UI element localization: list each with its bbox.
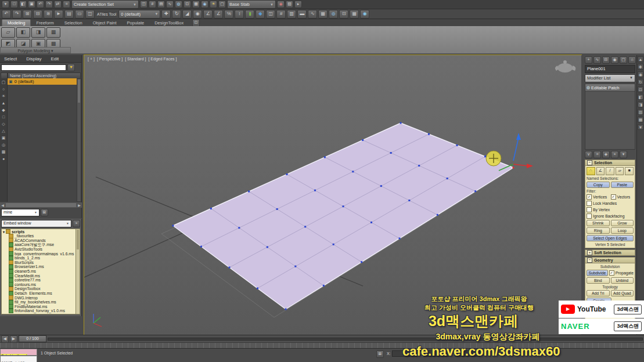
make-unique-icon[interactable]: ◈ — [602, 151, 610, 158]
display-xrefs-icon[interactable]: △ — [1, 128, 6, 133]
ribbon-btn-polygon-4[interactable]: ▦ — [46, 27, 60, 38]
new-scene-icon[interactable]: □ — [10, 1, 18, 8]
maxscript-mini-listener[interactable]: MAXScript Mi — [0, 356, 37, 362]
key-mode-icon[interactable]: ◀ — [1, 335, 9, 343]
align-icon[interactable]: # — [149, 1, 156, 8]
layer-explorer-icon[interactable]: ▥ — [287, 10, 296, 19]
rotate-icon[interactable]: ↻ — [172, 10, 181, 19]
window-crossing-icon[interactable]: ◫ — [85, 10, 95, 19]
redo-icon[interactable]: ↷ — [45, 1, 53, 8]
script-file-item[interactable]: DWG.Interop — [2, 295, 80, 300]
object-name-field[interactable]: Plane001 — [585, 65, 635, 73]
snap-toggle-icon[interactable]: ∠ — [203, 10, 213, 19]
scroll-down-icon[interactable]: ▼ — [638, 124, 643, 130]
undo-icon[interactable]: ↶ — [37, 1, 44, 8]
material-editor-icon[interactable]: ◍ — [175, 1, 182, 8]
select-and-link-icon[interactable]: ⊞ — [23, 10, 32, 19]
viewport-general-menu[interactable]: [ + ] — [88, 57, 95, 61]
script-file-item[interactable]: bga_convertnormalmaps_v1.6.ms — [2, 251, 80, 256]
object-row-default[interactable]: ▣ 0 (default) — [8, 78, 77, 85]
explorer-menu[interactable]: Select — [0, 56, 21, 61]
script-file-item[interactable]: cobretire77.ms — [2, 278, 80, 283]
layer-manager-icon[interactable]: ▤ — [157, 1, 165, 8]
element-subobject-icon[interactable]: ■ — [625, 167, 634, 175]
vertices-checkbox[interactable]: Vertices — [587, 194, 610, 200]
polygon-modeling-group-label[interactable]: Polygon Modeling ▾ — [0, 47, 71, 53]
viewport-canvas[interactable] — [84, 55, 581, 335]
zoom-view-icon[interactable]: ◉ — [638, 71, 643, 77]
mirror-icon[interactable]: ◫ — [266, 10, 275, 19]
grow-button[interactable]: Grow — [611, 220, 634, 226]
redo-icon[interactable]: ↷ — [12, 10, 21, 19]
ribbon-btn-polygon-3[interactable]: ◨ — [31, 27, 45, 38]
script-file-item[interactable]: ACADCommands — [2, 238, 80, 243]
script-file-item[interactable]: Detach_Elements.ms — [2, 291, 80, 296]
ribbon-btn-polygon-1[interactable]: ▱ — [1, 27, 15, 38]
ribbon-toggle-icon[interactable]: ▬ — [297, 10, 307, 19]
explorer-vscrollbar[interactable] — [77, 78, 81, 202]
unlink-selection-icon[interactable]: ⊟ — [33, 10, 42, 19]
orbit-view-icon[interactable]: ↻ — [638, 79, 643, 85]
modify-tab[interactable]: ∿ — [593, 56, 601, 64]
time-slider-handle[interactable]: 0 / 100 — [19, 335, 46, 342]
ignore-backfacing-checkbox[interactable]: Ignore Backfacing — [587, 213, 634, 219]
display-objects-icon[interactable]: ● — [1, 156, 6, 161]
copy-button[interactable]: Copy — [587, 182, 610, 188]
remove-modifier-icon[interactable]: × — [611, 151, 618, 158]
ribbon-tab[interactable]: Selection — [59, 20, 88, 26]
viewport[interactable]: [ + ][ Perspective ][ Standard ][ Edged … — [84, 55, 581, 335]
script-file-item[interactable]: contours.ms — [2, 283, 80, 287]
scripts-vscrollbar[interactable] — [75, 229, 80, 314]
script-file-item[interactable]: fill_my_bookshelves.ms — [2, 300, 80, 305]
app-menu-icon[interactable]: ▾ — [2, 1, 9, 8]
create-selection-set-combo[interactable]: Create Selection Set▼ — [71, 0, 139, 9]
shrink-button[interactable]: Shrink — [587, 220, 610, 226]
add-quad-button[interactable]: Add Quad — [611, 290, 634, 296]
selection-rollout-header[interactable]: − Selection — [585, 160, 635, 166]
script-file-item[interactable]: ClearMedit.ms — [2, 273, 80, 278]
atiles-plugin-icon[interactable]: ▮ — [245, 10, 254, 19]
select-by-name-icon[interactable]: ▤ — [64, 10, 74, 19]
display-lights-icon[interactable]: ☀ — [1, 93, 6, 99]
lock-handles-checkbox[interactable]: Lock Handles — [587, 201, 634, 206]
script-file-item[interactable]: cleaner5.ms — [2, 269, 80, 274]
curve-editor-icon[interactable]: ∿ — [166, 1, 174, 8]
pan-view-icon[interactable]: ✚ — [638, 64, 643, 70]
filter-funnel-icon[interactable]: ▼ — [67, 64, 75, 71]
unbind-button[interactable]: Unbind — [611, 277, 634, 284]
vertex-subobject-icon[interactable]: ∴ — [587, 167, 595, 175]
scale-icon[interactable]: ◢ — [182, 10, 192, 19]
script-file-item[interactable]: finfondland_fonvray_v1.0.ms — [2, 309, 80, 313]
move-icon[interactable]: ✚ — [161, 10, 171, 19]
configure-modifier-sets-icon[interactable]: ▾ — [620, 151, 627, 158]
workspace-icon[interactable]: ▧ — [286, 1, 293, 8]
render-setup-icon[interactable]: ⊡ — [184, 1, 191, 8]
render-setup-icon[interactable]: ⊡ — [339, 10, 348, 19]
light-icon[interactable]: ☀ — [210, 1, 217, 8]
ring-button[interactable]: Ring — [587, 227, 610, 234]
ribbon-tab[interactable]: Object Paint — [88, 20, 122, 26]
script-file-item[interactable]: BlurScripts — [2, 260, 80, 265]
layout-single-icon[interactable]: ◧ — [638, 94, 643, 100]
align-icon[interactable]: # — [276, 10, 286, 19]
by-vertex-checkbox[interactable]: By Vertex — [587, 207, 634, 212]
material-editor-icon[interactable]: ◍ — [329, 10, 338, 19]
script-file-item[interactable]: FindByMaterial.ms — [2, 305, 80, 309]
viewport-pov-menu[interactable]: [ Perspective ] — [97, 57, 123, 61]
vray-plugin-icon[interactable]: ◆ — [256, 10, 265, 19]
layout-split-icon[interactable]: ◨ — [638, 102, 643, 107]
script-file-item[interactable]: AvizStudioTools — [2, 247, 80, 252]
display-groups-icon[interactable]: ◇ — [1, 121, 6, 126]
state-sets-combo[interactable]: Base Stab▼ — [227, 0, 276, 9]
ribbon-btn-polygon-2[interactable]: ◧ — [16, 27, 30, 38]
geometry-rollout-header[interactable]: − Geometry — [585, 257, 635, 263]
rect-region-icon[interactable]: ▭ — [75, 10, 84, 19]
display-spacewarps-icon[interactable]: □ — [1, 114, 6, 120]
next-key-icon[interactable]: ▶ — [10, 335, 17, 343]
macro-recorder-field[interactable]: SubobjectLevel — [0, 349, 37, 356]
display-materials-icon[interactable]: ▩ — [1, 149, 6, 154]
explorer-menu[interactable]: Display — [22, 56, 45, 61]
display-containers-icon[interactable]: ◎ — [1, 142, 6, 147]
explorer-search-input[interactable] — [1, 64, 66, 71]
utilities-tab[interactable]: ⌂ — [628, 56, 636, 64]
